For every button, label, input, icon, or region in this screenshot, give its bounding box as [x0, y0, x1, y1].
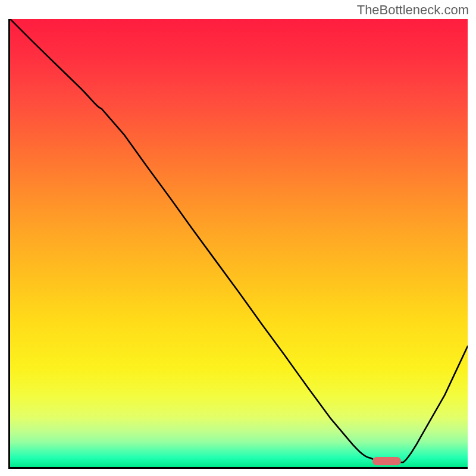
watermark-text: TheBottleneck.com: [357, 2, 469, 18]
bottleneck-curve: [10, 19, 468, 462]
optimum-marker: [372, 457, 401, 465]
plot-area: [8, 19, 468, 469]
curve-layer: [10, 19, 468, 467]
